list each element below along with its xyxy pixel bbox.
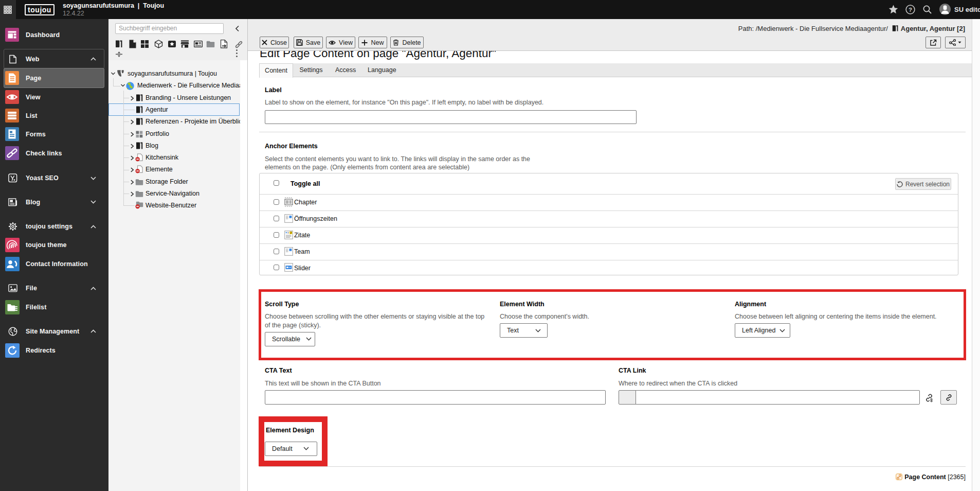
svg-text:2: 2 bbox=[290, 232, 292, 234]
svg-text:?: ? bbox=[909, 7, 912, 13]
